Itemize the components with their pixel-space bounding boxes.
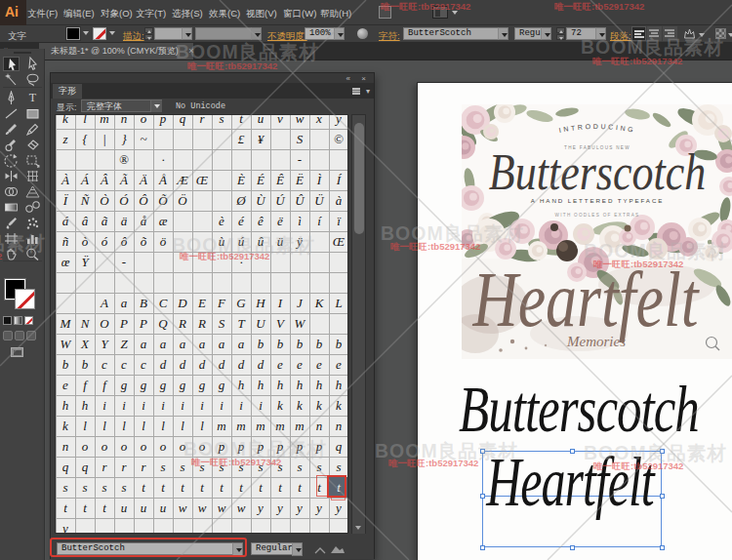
svg-text:Butterscotch: Butterscotch xyxy=(489,144,706,200)
svg-text:WITH OODLES OF EXTRAS: WITH OODLES OF EXTRAS xyxy=(555,213,640,218)
svg-text:A HAND LETTERED TYPEFACE: A HAND LETTERED TYPEFACE xyxy=(531,197,665,204)
svg-text:Memories: Memories xyxy=(566,334,626,349)
